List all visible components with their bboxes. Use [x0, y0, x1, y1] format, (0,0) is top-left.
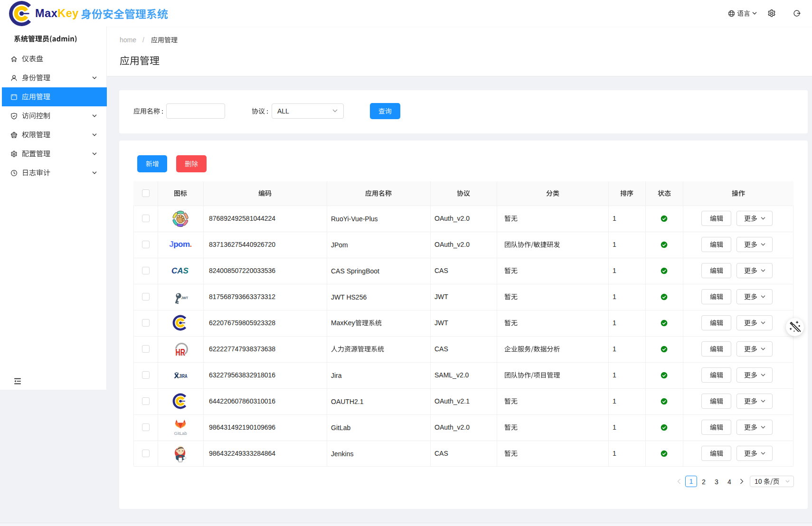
- svg-text:CAS: CAS: [171, 266, 189, 275]
